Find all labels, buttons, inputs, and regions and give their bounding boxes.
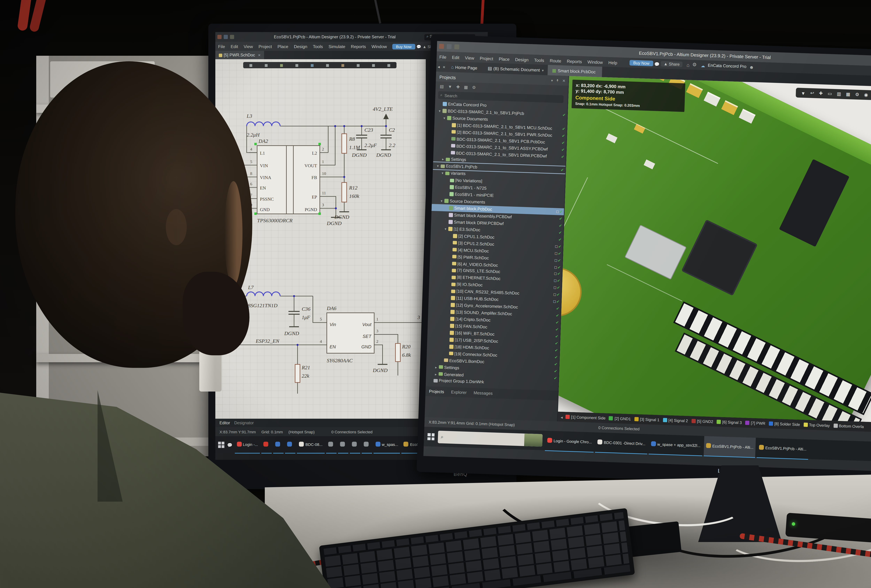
menu-item[interactable]: Reports: [351, 44, 366, 49]
panel-dropdown-icon[interactable]: ▾: [551, 78, 553, 82]
expand-arrow[interactable]: ▾: [442, 116, 446, 120]
expand-arrow[interactable]: ▸: [434, 372, 438, 376]
start-button[interactable]: [427, 433, 434, 440]
server-account[interactable]: EnCata Concord Pro: [708, 63, 747, 69]
doc-tab-pwr[interactable]: [5] PWR.SchDoc ✕: [215, 51, 264, 59]
menu-item[interactable]: Window: [587, 59, 603, 64]
projects-tool-icon[interactable]: ▼: [448, 84, 452, 88]
layer-tab[interactable]: [5] GND2: [691, 419, 713, 424]
designator-tab[interactable]: Designator: [234, 421, 254, 425]
taskbar-item[interactable]: [273, 436, 284, 453]
layer-tab[interactable]: Top Overlay: [804, 422, 830, 428]
layer-tab[interactable]: [6] Signal 3: [717, 420, 742, 425]
view-tool-icon[interactable]: ◉: [864, 92, 868, 98]
pcb-board[interactable]: [558, 76, 871, 422]
view-tool-icon[interactable]: ↩: [810, 90, 814, 96]
expand-arrow[interactable]: ▾: [440, 171, 445, 175]
comment-icon[interactable]: 💬: [654, 61, 660, 66]
expand-arrow[interactable]: [447, 270, 451, 271]
menu-item[interactable]: Design: [515, 57, 529, 62]
taskbar-item[interactable]: BDC-0301 -Direct Driv...: [595, 432, 648, 454]
expand-arrow[interactable]: ▸: [441, 157, 445, 162]
taskbar-item[interactable]: Login -...: [235, 436, 260, 453]
tab-dropdown-icon[interactable]: ▾: [542, 68, 544, 72]
editor-tab[interactable]: Editor: [220, 421, 230, 425]
pcb-chip[interactable]: [681, 220, 757, 296]
taskbar-item[interactable]: w_spas...: [373, 436, 400, 453]
expand-arrow[interactable]: [445, 319, 450, 319]
menu-item[interactable]: Project: [259, 44, 272, 49]
save-icon[interactable]: [447, 44, 452, 49]
expand-arrow[interactable]: [447, 132, 451, 132]
expand-arrow[interactable]: ▸: [434, 365, 438, 369]
menu-item[interactable]: Tools: [313, 44, 323, 49]
taskbar-search-box[interactable]: ⌕: [438, 431, 543, 447]
menu-item[interactable]: Place: [499, 56, 510, 61]
layer-tab[interactable]: [2] GND1: [609, 416, 631, 421]
menu-item[interactable]: Project: [480, 55, 493, 61]
menu-item[interactable]: Route: [549, 58, 561, 63]
expand-arrow[interactable]: ▾: [443, 226, 448, 231]
layer-tab[interactable]: [7] PWR: [745, 420, 765, 425]
view-tool-icon[interactable]: ▦: [846, 91, 850, 97]
close-panel-icon[interactable]: ✕: [562, 79, 566, 83]
menu-item[interactable]: Edit: [452, 54, 459, 59]
tab-projects[interactable]: Projects: [429, 389, 444, 394]
menu-item[interactable]: File: [218, 44, 225, 49]
taskbar-item[interactable]: Login - Google Chro...: [545, 430, 594, 452]
taskbar-item[interactable]: EcoSBV1.PrjPcb - Alti...: [757, 437, 809, 459]
view-tool-icon[interactable]: ⚙: [855, 92, 859, 97]
layer-tab[interactable]: Bottom Overla: [833, 423, 864, 429]
menu-item[interactable]: Help: [608, 60, 617, 65]
expand-arrow[interactable]: ▾: [440, 199, 444, 203]
expand-arrow[interactable]: [447, 277, 451, 277]
view-tool-icon[interactable]: ✚: [819, 91, 823, 96]
expand-arrow[interactable]: [445, 326, 449, 326]
expand-arrow[interactable]: [448, 242, 452, 243]
menu-item[interactable]: View: [244, 44, 253, 49]
back-icon[interactable]: ◂: [438, 64, 440, 69]
view-tool-icon[interactable]: ▥: [837, 91, 841, 97]
pcb-component[interactable]: [739, 109, 756, 124]
taskbar-item[interactable]: [285, 436, 296, 453]
expand-arrow[interactable]: [444, 215, 448, 215]
gear-icon[interactable]: ⚙: [692, 62, 697, 68]
menu-item[interactable]: Window: [371, 44, 387, 49]
chat-icon[interactable]: 💬: [227, 442, 232, 447]
layer-tab[interactable]: [1] Component Side: [566, 415, 606, 420]
start-button[interactable]: [218, 441, 224, 447]
projects-tool-icon[interactable]: ▤: [440, 84, 444, 89]
menu-item[interactable]: Design: [294, 44, 307, 49]
view-tool-icon[interactable]: ▭: [828, 91, 832, 97]
document-tab[interactable]: ⌂ Home Page: [447, 61, 483, 73]
pcb-chip[interactable]: [779, 159, 849, 247]
menu-item[interactable]: Place: [277, 44, 288, 49]
tab-messages[interactable]: Messages: [473, 391, 492, 395]
home-icon[interactable]: ⌂: [687, 62, 690, 67]
share-button[interactable]: ▲ Share: [661, 61, 682, 67]
projects-tool-icon[interactable]: ⚙: [472, 85, 476, 90]
schematic-canvas[interactable]: 4V2_LTE L3 2.2μH DA2 TPS63000DRCR R8 1.1…: [215, 59, 426, 419]
expand-arrow[interactable]: [445, 187, 449, 187]
pcb-component[interactable]: [644, 159, 655, 169]
expand-arrow[interactable]: [447, 256, 452, 257]
pcb-3d-viewport[interactable]: x: 83,200 dx: -6,900 mm y: 91,400 dy: 8,…: [558, 76, 871, 422]
projects-tool-icon[interactable]: ▦: [464, 84, 468, 90]
menu-item[interactable]: View: [465, 55, 474, 60]
pcb-component[interactable]: [686, 83, 703, 98]
menu-item[interactable]: Simulate: [329, 44, 345, 49]
expand-arrow[interactable]: [444, 346, 449, 347]
expand-arrow[interactable]: ▾: [436, 164, 440, 168]
buy-now-button[interactable]: Buy Now: [630, 60, 653, 66]
undo-icon[interactable]: [230, 35, 234, 39]
expand-arrow[interactable]: [445, 332, 449, 333]
undo-icon[interactable]: [454, 45, 459, 49]
taskbar-item[interactable]: [350, 436, 360, 453]
expand-arrow[interactable]: ▾: [438, 109, 442, 113]
menu-item[interactable]: Edit: [230, 44, 238, 49]
taskbar-item[interactable]: EcoSBV1.PrjPcb - Alti...: [703, 435, 756, 458]
view-tool-icon[interactable]: ▼: [801, 90, 805, 96]
pcb-selected-module[interactable]: [624, 224, 687, 280]
taskbar-item[interactable]: w_spase + app_stm32l...: [648, 434, 703, 456]
projects-tool-icon[interactable]: ✚: [456, 84, 460, 89]
